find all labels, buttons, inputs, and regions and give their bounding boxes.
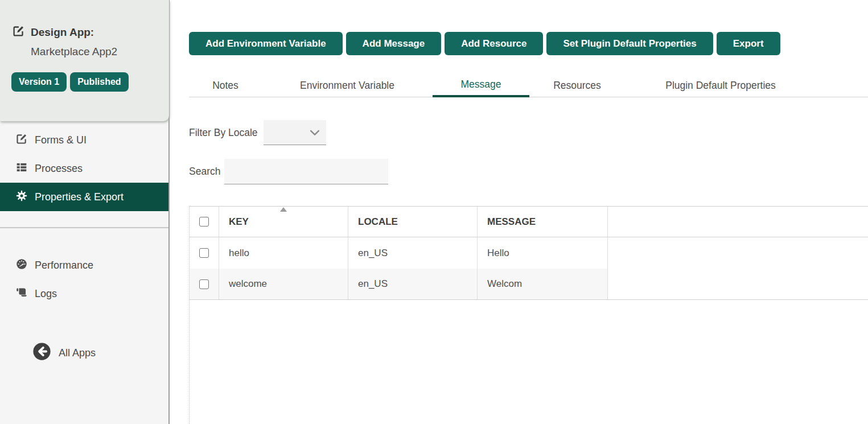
tab-plugin-default-properties[interactable]: Plugin Default Properties bbox=[625, 74, 816, 97]
add-resource-button[interactable]: Add Resource bbox=[445, 32, 543, 55]
version-badge[interactable]: Version 1 bbox=[11, 72, 67, 92]
sidebar-item-logs[interactable]: Logs bbox=[0, 279, 168, 308]
add-message-button[interactable]: Add Message bbox=[346, 32, 442, 55]
cell-empty bbox=[608, 237, 868, 269]
search-input[interactable] bbox=[224, 159, 388, 184]
sidebar-item-performance[interactable]: Performance bbox=[0, 251, 168, 279]
cell-key: welcome bbox=[219, 269, 348, 299]
filter-by-locale-label: Filter By Locale bbox=[189, 127, 258, 139]
table-row[interactable]: welcome en_US Welcom bbox=[190, 269, 868, 300]
chevron-down-icon bbox=[308, 126, 321, 141]
app-card: Design App: Marketplace App2 Version 1 P… bbox=[0, 0, 169, 121]
set-plugin-default-properties-button[interactable]: Set Plugin Default Properties bbox=[546, 32, 713, 55]
table-row[interactable]: hello en_US Hello bbox=[190, 237, 868, 269]
sidebar-item-label: Forms & UI bbox=[35, 134, 87, 146]
cell-message: Hello bbox=[478, 237, 608, 269]
cell-empty bbox=[608, 269, 868, 299]
tab-notes[interactable]: Notes bbox=[189, 74, 262, 97]
list-icon bbox=[16, 162, 27, 176]
column-header-empty bbox=[608, 207, 868, 237]
app-card-title: Design App: bbox=[31, 26, 94, 39]
all-apps-label: All Apps bbox=[59, 347, 96, 359]
sidebar-item-properties-export[interactable]: Properties & Export bbox=[0, 183, 168, 211]
column-header-key[interactable]: KEY bbox=[219, 207, 348, 237]
row-checkbox[interactable] bbox=[199, 279, 209, 289]
sidebar-item-label: Properties & Export bbox=[35, 191, 124, 203]
sidebar-item-label: Processes bbox=[35, 163, 83, 175]
app-name: Marketplace App2 bbox=[0, 46, 169, 58]
sidebar-item-label: Performance bbox=[35, 260, 93, 271]
sidebar: Design App: Marketplace App2 Version 1 P… bbox=[0, 0, 170, 424]
sort-ascending-icon bbox=[280, 207, 287, 212]
scroll-icon bbox=[16, 287, 27, 301]
table-header-row: KEY LOCALE MESSAGE bbox=[190, 206, 868, 237]
cell-locale: en_US bbox=[348, 237, 478, 269]
tab-bar: Notes Environment Variable Message Resou… bbox=[189, 74, 868, 97]
search-label: Search bbox=[189, 166, 220, 178]
gauge-icon bbox=[16, 258, 27, 273]
cell-message: Welcom bbox=[478, 269, 608, 299]
edit-icon bbox=[16, 133, 27, 147]
published-badge[interactable]: Published bbox=[70, 72, 128, 92]
sidebar-nav-secondary: Performance Logs bbox=[0, 251, 168, 308]
column-header-locale[interactable]: LOCALE bbox=[348, 207, 478, 237]
cell-locale: en_US bbox=[348, 269, 478, 299]
filter-row: Filter By Locale bbox=[189, 120, 868, 145]
gear-icon bbox=[16, 190, 27, 204]
locale-select[interactable] bbox=[264, 120, 326, 145]
toolbar: Add Environment Variable Add Message Add… bbox=[189, 32, 868, 55]
sidebar-item-forms-ui[interactable]: Forms & UI bbox=[0, 126, 168, 154]
sidebar-divider bbox=[0, 227, 168, 228]
column-header-message[interactable]: MESSAGE bbox=[478, 207, 608, 237]
select-all-checkbox[interactable] bbox=[199, 217, 209, 227]
sidebar-item-label: Logs bbox=[35, 288, 57, 300]
tab-resources[interactable]: Resources bbox=[529, 74, 625, 97]
arrow-circle-left-icon bbox=[32, 342, 51, 364]
search-row: Search bbox=[189, 159, 868, 184]
edit-icon bbox=[13, 25, 24, 39]
main-content: Add Environment Variable Add Message Add… bbox=[170, 0, 868, 424]
export-button[interactable]: Export bbox=[717, 32, 780, 55]
sidebar-item-processes[interactable]: Processes bbox=[0, 154, 168, 183]
sidebar-nav-primary: Forms & UI Processes bbox=[0, 126, 168, 211]
tab-environment-variable[interactable]: Environment Variable bbox=[262, 74, 433, 97]
row-checkbox[interactable] bbox=[199, 248, 209, 258]
add-environment-variable-button[interactable]: Add Environment Variable bbox=[189, 32, 343, 55]
messages-table: KEY LOCALE MESSAGE hello en_US Hello wel… bbox=[189, 206, 868, 424]
sidebar-item-all-apps[interactable]: All Apps bbox=[0, 342, 168, 364]
tab-message[interactable]: Message bbox=[433, 74, 529, 97]
cell-key: hello bbox=[219, 237, 348, 269]
